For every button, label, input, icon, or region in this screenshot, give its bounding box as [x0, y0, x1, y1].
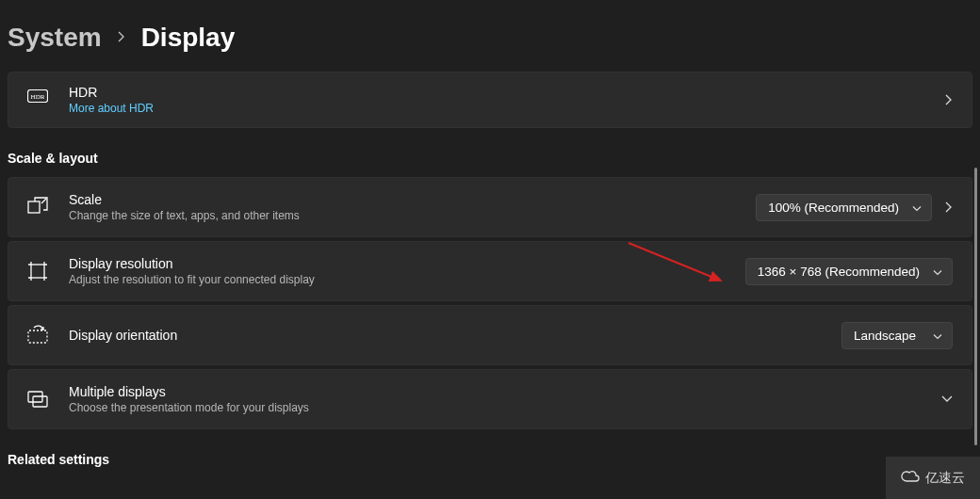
scale-title: Scale	[69, 192, 756, 207]
resolution-card[interactable]: Display resolution Adjust the resolution…	[8, 241, 972, 301]
chevron-down-icon[interactable]	[941, 395, 953, 403]
breadcrumb: System Display	[0, 0, 980, 72]
scrollbar-thumb[interactable]	[974, 168, 977, 445]
section-scale-layout-heading: Scale & layout	[0, 132, 980, 177]
multiple-displays-icon	[27, 389, 48, 410]
multiple-displays-card[interactable]: Multiple displays Choose the presentatio…	[8, 369, 972, 429]
breadcrumb-parent[interactable]: System	[8, 23, 102, 53]
multiple-displays-sub: Choose the presentation mode for your di…	[69, 401, 941, 414]
multiple-displays-title: Multiple displays	[69, 384, 941, 399]
orientation-card[interactable]: Display orientation Landscape	[8, 305, 972, 365]
chevron-right-icon	[117, 30, 126, 45]
svg-text:HDR: HDR	[31, 93, 45, 101]
scrollbar[interactable]	[971, 0, 980, 499]
watermark-logo-icon	[901, 470, 920, 486]
chevron-down-icon	[933, 329, 942, 343]
svg-rect-2	[28, 201, 40, 213]
resolution-icon	[27, 261, 48, 282]
hdr-title: HDR	[69, 85, 945, 100]
breadcrumb-current: Display	[141, 23, 236, 53]
scale-dropdown[interactable]: 100% (Recommended)	[756, 194, 932, 221]
resolution-sub: Adjust the resolution to fit your connec…	[69, 273, 745, 286]
scale-icon	[27, 197, 48, 217]
orientation-dropdown-value: Landscape	[854, 329, 916, 343]
watermark-text: 亿速云	[925, 470, 965, 487]
svg-rect-3	[31, 265, 44, 278]
resolution-dropdown-value: 1366 × 768 (Recommended)	[758, 265, 920, 279]
scale-dropdown-value: 100% (Recommended)	[768, 201, 899, 215]
orientation-icon	[27, 325, 48, 346]
scale-card[interactable]: Scale Change the size of text, apps, and…	[8, 177, 972, 237]
chevron-down-icon	[933, 265, 942, 279]
orientation-title: Display orientation	[69, 328, 841, 343]
hdr-card[interactable]: HDR HDR More about HDR	[8, 72, 972, 128]
hdr-icon: HDR	[27, 89, 48, 110]
chevron-right-icon[interactable]	[945, 201, 953, 213]
svg-rect-4	[28, 330, 47, 343]
scale-sub: Change the size of text, apps, and other…	[69, 209, 756, 222]
watermark: 亿速云	[886, 457, 980, 499]
resolution-dropdown[interactable]: 1366 × 768 (Recommended)	[745, 258, 953, 285]
chevron-right-icon	[945, 94, 953, 105]
hdr-more-link[interactable]: More about HDR	[69, 102, 945, 115]
chevron-down-icon	[912, 201, 922, 215]
orientation-dropdown[interactable]: Landscape	[841, 322, 953, 349]
section-related-heading: Related settings	[0, 433, 980, 478]
resolution-title: Display resolution	[69, 256, 745, 271]
